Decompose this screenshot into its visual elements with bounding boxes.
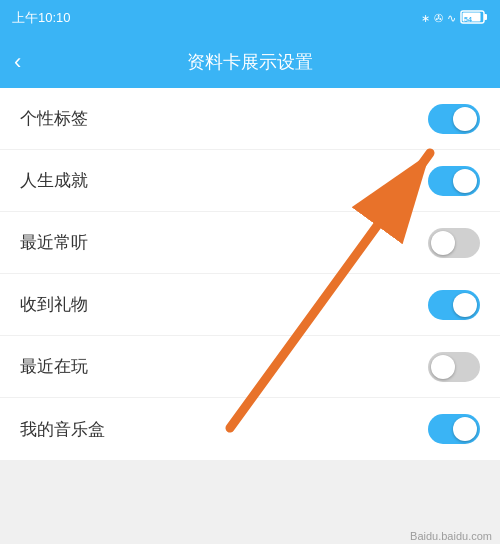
settings-list: 个性标签人生成就最近常听收到礼物最近在玩我的音乐盒: [0, 88, 500, 460]
row-label-recently-heard: 最近常听: [20, 231, 88, 254]
settings-row-personality-tag: 个性标签: [0, 88, 500, 150]
settings-row-recently-playing: 最近在玩: [0, 336, 500, 398]
status-icons: ∗ ✇ ∿ 54: [421, 10, 488, 26]
watermark: Baidu.baidu.com: [410, 530, 492, 542]
back-button[interactable]: ‹: [14, 49, 21, 75]
content-area: 个性标签人生成就最近常听收到礼物最近在玩我的音乐盒: [0, 88, 500, 544]
status-bar: 上午10:10 ∗ ✇ ∿ 54: [0, 0, 500, 36]
svg-rect-1: [484, 14, 487, 20]
toggle-received-gifts[interactable]: [428, 290, 480, 320]
wifi-icon: ∿: [447, 12, 456, 25]
svg-text:54: 54: [464, 16, 472, 23]
toggle-personality-tag[interactable]: [428, 104, 480, 134]
toggle-knob-recently-heard: [431, 231, 455, 255]
toggle-knob-life-achievement: [453, 169, 477, 193]
toggle-knob-personality-tag: [453, 107, 477, 131]
row-label-personality-tag: 个性标签: [20, 107, 88, 130]
settings-row-life-achievement: 人生成就: [0, 150, 500, 212]
page-title: 资料卡展示设置: [187, 50, 313, 74]
settings-row-received-gifts: 收到礼物: [0, 274, 500, 336]
toggle-life-achievement[interactable]: [428, 166, 480, 196]
bluetooth-icon: ∗: [421, 12, 430, 25]
toggle-knob-recently-playing: [431, 355, 455, 379]
row-label-music-box: 我的音乐盒: [20, 418, 105, 441]
toggle-recently-playing[interactable]: [428, 352, 480, 382]
toggle-knob-received-gifts: [453, 293, 477, 317]
toggle-music-box[interactable]: [428, 414, 480, 444]
settings-row-music-box: 我的音乐盒: [0, 398, 500, 460]
settings-row-recently-heard: 最近常听: [0, 212, 500, 274]
toggle-recently-heard[interactable]: [428, 228, 480, 258]
status-time: 上午10:10: [12, 9, 71, 27]
row-label-life-achievement: 人生成就: [20, 169, 88, 192]
row-label-received-gifts: 收到礼物: [20, 293, 88, 316]
row-label-recently-playing: 最近在玩: [20, 355, 88, 378]
battery-icon: 54: [460, 10, 488, 26]
signal-icon: ✇: [434, 12, 443, 25]
toggle-knob-music-box: [453, 417, 477, 441]
header: ‹ 资料卡展示设置: [0, 36, 500, 88]
